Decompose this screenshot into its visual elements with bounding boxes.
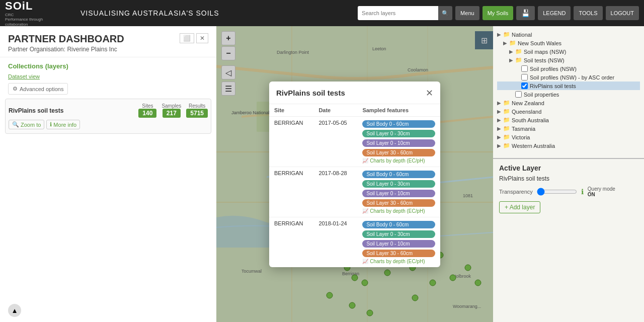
charts-link-0[interactable]: 📈 Charts by depth (EC/pH): [362, 158, 435, 164]
tree-item-8[interactable]: ▶📁New Zealand: [497, 99, 640, 107]
tree-toggle-0: ▶: [497, 32, 503, 37]
transparency-slider[interactable]: [537, 188, 577, 196]
modal-tbody: BERRIGAN2017-05-05Soil Body 0 - 60cmSoil…: [269, 116, 440, 267]
add-layer-button[interactable]: + Add layer: [499, 201, 540, 213]
feature-badge-2-3[interactable]: Soil Layer 30 - 60cm: [362, 250, 435, 257]
sidebar-right: ▶📁National▶📁New South Wales▶📁Soil maps (…: [493, 26, 644, 322]
feature-badge-2-1[interactable]: Soil Layer 0 - 30cm: [362, 230, 435, 238]
feature-badge-0-1[interactable]: Soil Layer 0 - 30cm: [362, 130, 435, 137]
more-info-button[interactable]: ℹ More info: [46, 120, 80, 129]
modal-site-1: BERRIGAN: [269, 167, 313, 217]
dataset-view-link[interactable]: Dataset view: [8, 73, 40, 79]
modal-features-0: Soil Body 0 - 60cmSoil Layer 0 - 30cmSoi…: [357, 116, 440, 167]
tree-item-2[interactable]: ▶📁Soil maps (NSW): [497, 47, 640, 56]
modal-row-2: BERRIGAN2018-01-24Soil Body 0 - 60cmSoil…: [269, 217, 440, 267]
modal-date-2: 2018-01-24: [313, 217, 357, 267]
col-date: Date: [313, 104, 357, 117]
feature-badge-2-0[interactable]: Soil Body 0 - 60cm: [362, 221, 435, 228]
folder-icon-1: 📁: [509, 40, 516, 46]
feature-badge-0-3[interactable]: Soil Layer 30 - 60cm: [362, 149, 435, 156]
tree-label-11: Tasmania: [512, 126, 535, 132]
info-label: More info: [53, 122, 76, 128]
layer-name: RivPlains soil tests: [9, 107, 133, 114]
search-area: 🔍: [358, 6, 452, 20]
active-layer-name: RivPlains soil tests: [499, 175, 638, 182]
zoom-icon: 🔍: [12, 121, 19, 128]
feature-badge-1-2[interactable]: Soil Layer 0 - 10cm: [362, 190, 435, 197]
folder-icon-0: 📁: [503, 31, 510, 38]
collapse-button[interactable]: ▲: [8, 304, 21, 317]
tree-checkbox-6[interactable]: [521, 83, 528, 89]
gear-icon: ⚙: [13, 86, 18, 92]
tree-label-10: South Australia: [512, 117, 549, 123]
active-layer-title: Active Layer: [499, 164, 638, 172]
tree-item-10[interactable]: ▶📁South Australia: [497, 116, 640, 124]
feature-badge-0-0[interactable]: Soil Body 0 - 60cm: [362, 120, 435, 128]
modal-header: RivPlains soil tests ✕: [269, 82, 440, 104]
tree-checkbox-4[interactable]: [521, 65, 528, 72]
legend-button[interactable]: LEGEND: [538, 6, 571, 20]
menu-button[interactable]: Menu: [455, 6, 479, 20]
tree-item-1[interactable]: ▶📁New South Wales: [497, 39, 640, 47]
tree-item-11[interactable]: ▶📁Tasmania: [497, 124, 640, 133]
tree-item-3[interactable]: ▶📁Soil tests (NSW): [497, 56, 640, 64]
modal-site-0: BERRIGAN: [269, 116, 313, 167]
charts-link-1[interactable]: 📈 Charts by depth (EC/pH): [362, 208, 435, 214]
modal-title: RivPlains soil tests: [276, 89, 345, 97]
save-button[interactable]: 💾: [516, 6, 535, 20]
modal-close-button[interactable]: ✕: [426, 88, 433, 99]
tools-button[interactable]: TOOLS: [574, 6, 602, 20]
tree-item-4[interactable]: Soil profiles (NSW): [497, 64, 640, 73]
modal-overlay: RivPlains soil tests ✕ Site Date Sampled…: [216, 26, 493, 322]
advanced-options-label: Advanced options: [20, 86, 63, 92]
tree-item-6[interactable]: RivPlains soil tests: [497, 82, 640, 90]
tree-item-12[interactable]: ▶📁Victoria: [497, 133, 640, 141]
tree-label-12: Victoria: [512, 134, 530, 140]
modal-date-0: 2017-05-05: [313, 116, 357, 167]
partner-title: PARTNER DASHBOARD: [8, 33, 124, 45]
modal-features-2: Soil Body 0 - 60cmSoil Layer 0 - 30cmSoi…: [357, 217, 440, 267]
tree-toggle-2: ▶: [509, 49, 515, 54]
feature-badge-2-2[interactable]: Soil Layer 0 - 10cm: [362, 240, 435, 248]
tree-label-7: Soil properties: [524, 92, 559, 98]
feature-badge-1-0[interactable]: Soil Body 0 - 60cm: [362, 171, 435, 178]
info-icon-small: ℹ: [581, 188, 584, 196]
layers-table: RivPlains soil tests Sites 140 Samples 2…: [0, 99, 216, 134]
tree-toggle-1: ▶: [503, 40, 509, 46]
logout-button[interactable]: LOGOUT: [606, 6, 639, 20]
site-title: VISUALISING AUSTRALASIA'S SOILS: [80, 9, 358, 17]
advanced-options-button[interactable]: ⚙ Advanced options: [8, 83, 68, 95]
active-layer-panel: Active Layer RivPlains soil tests Transp…: [493, 158, 644, 218]
layer-row: RivPlains soil tests Sites 140 Samples 2…: [5, 99, 211, 134]
search-button[interactable]: 🔍: [438, 6, 452, 20]
info-icon: ℹ: [50, 121, 52, 128]
samples-value: 217: [163, 109, 181, 118]
feature-badge-1-1[interactable]: Soil Layer 0 - 30cm: [362, 180, 435, 188]
query-mode-label: Query mode: [588, 186, 615, 192]
feature-badge-1-3[interactable]: Soil Layer 30 - 60cm: [362, 199, 435, 207]
feature-badge-0-2[interactable]: Soil Layer 0 - 10cm: [362, 139, 435, 147]
tree-toggle-13: ▶: [497, 143, 503, 148]
tree-checkbox-5[interactable]: [521, 74, 528, 80]
zoom-to-button[interactable]: 🔍 Zoom to: [9, 120, 44, 129]
query-mode-value: ON: [588, 192, 615, 197]
charts-link-2[interactable]: 📈 Charts by depth (EC/pH): [362, 259, 435, 264]
collections-header: Collections (layers): [0, 57, 216, 72]
tree-item-9[interactable]: ▶📁Queensland: [497, 107, 640, 116]
tree-toggle-8: ▶: [497, 100, 503, 106]
tree-toggle-10: ▶: [497, 117, 503, 123]
my-soils-button[interactable]: My Soils: [482, 6, 514, 20]
search-input[interactable]: [358, 6, 438, 20]
window-button[interactable]: ⬜: [180, 33, 194, 43]
sites-value: 140: [138, 109, 156, 118]
tree-label-5: Soil profiles (NSW) - by ASC order: [530, 74, 614, 80]
tree-item-13[interactable]: ▶📁Western Australia: [497, 141, 640, 150]
tree-item-0[interactable]: ▶📁National: [497, 30, 640, 39]
tree-item-5[interactable]: Soil profiles (NSW) - by ASC order: [497, 73, 640, 82]
tree-item-7[interactable]: Soil properties: [497, 90, 640, 99]
samples-label: Samples: [162, 103, 181, 109]
close-button[interactable]: ✕: [196, 33, 208, 43]
transparency-label: Transparency: [499, 189, 533, 195]
layer-results-stat: Results 5715: [186, 103, 208, 118]
tree-checkbox-7[interactable]: [515, 91, 522, 98]
